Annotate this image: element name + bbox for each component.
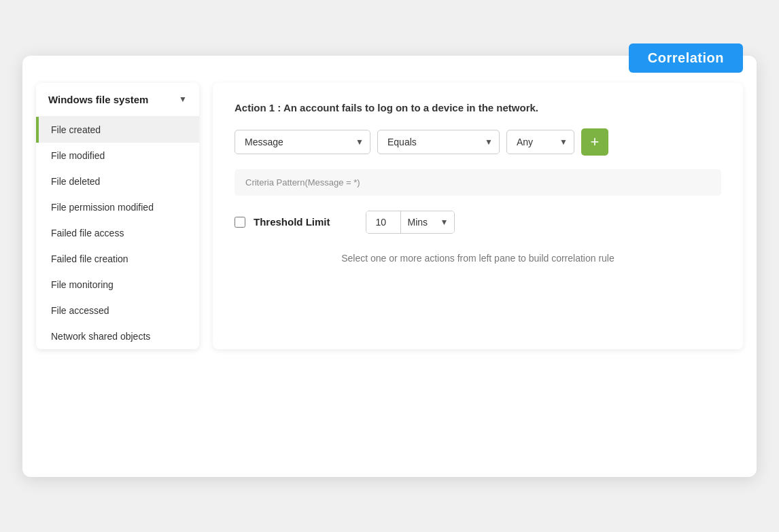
criteria-row: Message Source Destination Event ID ▼ Eq…: [235, 128, 721, 156]
time-value-input[interactable]: [366, 211, 400, 233]
add-criteria-button[interactable]: +: [581, 128, 608, 156]
time-unit-wrapper: Mins Hours Days ▼: [400, 211, 454, 233]
sidebar-item-file-created[interactable]: File created: [36, 117, 199, 143]
threshold-checkbox[interactable]: [235, 217, 245, 228]
sidebar-item-failed-file-access[interactable]: Failed file access: [36, 220, 199, 246]
sidebar-item-file-permission-modified[interactable]: File permission modified: [36, 194, 199, 220]
hint-text: Select one or more actions from left pan…: [235, 253, 721, 264]
action-title: Action 1 : An account fails to log on to…: [235, 102, 721, 113]
threshold-row: Threshold Limit Mins Hours Days ▼: [235, 211, 721, 234]
operator-select[interactable]: Equals Not Equals Contains Not Contains: [377, 130, 500, 154]
operator-select-wrapper: Equals Not Equals Contains Not Contains …: [377, 130, 500, 154]
sidebar-item-failed-file-creation[interactable]: Failed file creation: [36, 246, 199, 272]
sidebar-title: Windows file system: [48, 94, 148, 105]
chevron-down-icon: ▼: [179, 94, 187, 104]
sidebar-item-network-shared-objects[interactable]: Network shared objects: [36, 323, 199, 349]
correlation-button[interactable]: Correlation: [629, 43, 743, 73]
action-prefix: Action 1 :: [235, 102, 283, 113]
field-select-wrapper: Message Source Destination Event ID ▼: [235, 130, 370, 154]
sidebar: Windows file system ▼ File created File …: [36, 83, 199, 349]
main-container: Correlation Windows file system ▼ File c…: [22, 56, 757, 477]
threshold-label: Threshold Limit: [254, 216, 330, 228]
sidebar-item-file-deleted[interactable]: File deleted: [36, 169, 199, 194]
value-select-wrapper: Any Value 1 Value 2 ▼: [506, 130, 574, 154]
sidebar-header[interactable]: Windows file system ▼: [36, 83, 199, 117]
value-select[interactable]: Any Value 1 Value 2: [506, 130, 574, 154]
main-layout: Windows file system ▼ File created File …: [36, 83, 743, 349]
time-select-wrapper: Mins Hours Days ▼: [366, 211, 455, 234]
sidebar-item-file-accessed[interactable]: File accessed: [36, 298, 199, 323]
content-panel: Action 1 : An account fails to log on to…: [213, 83, 743, 349]
sidebar-item-file-monitoring[interactable]: File monitoring: [36, 272, 199, 298]
action-description: An account fails to log on to a device i…: [283, 102, 538, 113]
time-unit-select[interactable]: Mins Hours Days: [401, 211, 454, 233]
criteria-pattern-text: Criteria Pattern(Message = *): [245, 177, 360, 188]
sidebar-item-file-modified[interactable]: File modified: [36, 143, 199, 169]
criteria-pattern-box: Criteria Pattern(Message = *): [235, 169, 721, 196]
field-select[interactable]: Message Source Destination Event ID: [235, 130, 370, 154]
